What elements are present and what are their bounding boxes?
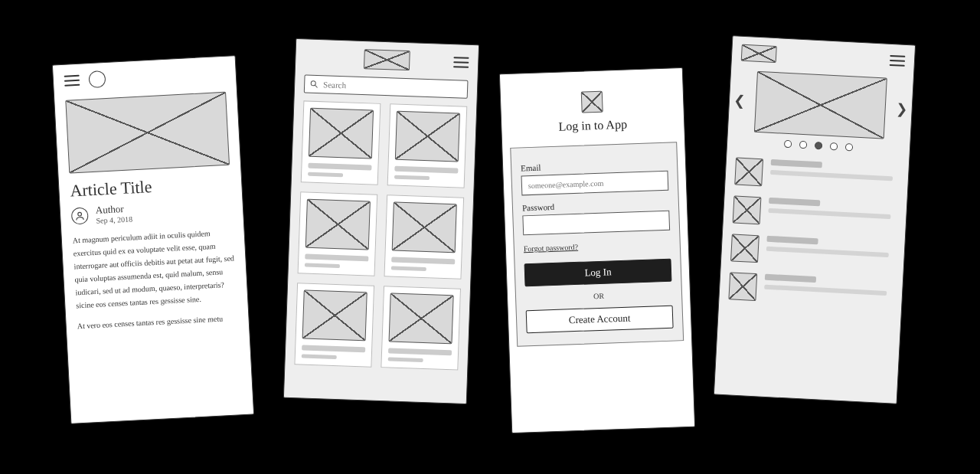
- hero-image-placeholder: [65, 92, 230, 174]
- thumb-placeholder: [728, 272, 757, 301]
- text-placeholder: [764, 285, 887, 296]
- thumb-placeholder: [302, 290, 368, 342]
- feed-list: [719, 157, 908, 309]
- text-placeholder: [766, 236, 818, 245]
- email-label: Email: [521, 159, 668, 173]
- feed-topbar: [731, 36, 915, 74]
- text-placeholder: [388, 357, 423, 362]
- thumb-placeholder: [305, 199, 371, 250]
- thumb-placeholder: [734, 158, 763, 187]
- thumb-placeholder: [392, 202, 457, 253]
- gallery-card[interactable]: [301, 100, 381, 185]
- thumb-placeholder: [395, 111, 460, 162]
- email-field[interactable]: [521, 171, 669, 196]
- text-placeholder: [766, 247, 889, 257]
- logo-placeholder: [741, 44, 777, 63]
- chevron-left-icon[interactable]: ❮: [733, 93, 747, 108]
- text-placeholder: [305, 254, 368, 262]
- or-divider: OR: [525, 289, 672, 303]
- article-date: Sep 4, 2018: [96, 214, 132, 224]
- text-placeholder: [770, 170, 893, 181]
- text-placeholder: [302, 345, 365, 352]
- text-placeholder: [388, 348, 452, 355]
- gallery-grid: [285, 100, 476, 380]
- gallery-card[interactable]: [294, 283, 374, 367]
- thumb-placeholder: [733, 195, 762, 224]
- text-placeholder: [305, 263, 340, 269]
- create-account-button[interactable]: Create Account: [526, 306, 674, 334]
- thumb-placeholder: [309, 108, 374, 159]
- article-paragraph: At magnum periculum adiit in oculis quid…: [72, 226, 237, 312]
- gallery-card[interactable]: [384, 195, 464, 279]
- login-title: Log in to App: [501, 116, 684, 136]
- article-paragraph: At vero eos censes tantas res gessisse s…: [77, 311, 238, 332]
- gallery-card[interactable]: [387, 103, 468, 188]
- text-placeholder: [394, 166, 458, 174]
- text-placeholder: [391, 257, 455, 264]
- password-field[interactable]: [522, 211, 670, 236]
- thumb-placeholder: [730, 234, 760, 263]
- password-label: Password: [522, 198, 669, 213]
- carousel-dot[interactable]: [799, 141, 808, 149]
- text-placeholder: [391, 266, 426, 271]
- text-placeholder: [765, 274, 817, 283]
- gallery-card[interactable]: [381, 286, 461, 370]
- article-screen: Article Title Author Sep 4, 2018 At magn…: [52, 55, 254, 424]
- text-placeholder: [768, 208, 890, 219]
- profile-avatar[interactable]: [88, 70, 106, 88]
- svg-point-0: [78, 212, 82, 216]
- app-logo-placeholder: [581, 91, 603, 113]
- text-placeholder: [769, 198, 821, 207]
- feed-screen: ❮ ❯: [714, 35, 916, 404]
- carousel-dots: [727, 137, 910, 154]
- carousel-dot[interactable]: [784, 140, 792, 149]
- list-item[interactable]: [728, 272, 893, 308]
- svg-line-2: [315, 85, 318, 87]
- thumb-placeholder: [389, 293, 454, 344]
- login-form: Email Password Forgot password? Log In O…: [510, 142, 684, 346]
- article-header: [53, 56, 237, 97]
- carousel-dot[interactable]: [830, 142, 838, 151]
- text-placeholder: [771, 159, 823, 168]
- carousel-image-placeholder[interactable]: [754, 71, 887, 139]
- hamburger-icon[interactable]: [453, 57, 469, 68]
- carousel: ❮ ❯: [728, 70, 913, 140]
- forgot-password-link[interactable]: Forgot password?: [524, 243, 579, 253]
- svg-point-1: [311, 81, 315, 86]
- list-item[interactable]: [733, 195, 898, 231]
- text-placeholder: [302, 354, 337, 359]
- carousel-dot[interactable]: [845, 143, 854, 152]
- author-row: Author Sep 4, 2018: [71, 198, 233, 227]
- hamburger-icon[interactable]: [890, 55, 906, 67]
- search-input[interactable]: [304, 74, 469, 98]
- text-placeholder: [394, 175, 430, 181]
- login-screen: Log in to App Email Password Forgot pass…: [499, 67, 695, 433]
- list-item[interactable]: [734, 158, 900, 194]
- gallery-card[interactable]: [298, 191, 378, 276]
- search-icon: [309, 80, 318, 89]
- gallery-topbar: [296, 39, 479, 77]
- hamburger-icon[interactable]: [64, 75, 80, 87]
- chevron-right-icon[interactable]: ❯: [894, 102, 909, 116]
- login-button[interactable]: Log In: [524, 259, 672, 287]
- logo-placeholder: [364, 49, 410, 70]
- text-placeholder: [308, 163, 371, 171]
- article-title: Article Title: [70, 173, 231, 201]
- gallery-screen: [283, 38, 479, 404]
- author-avatar-icon: [71, 207, 89, 224]
- list-item[interactable]: [730, 234, 896, 270]
- search-field[interactable]: [323, 80, 462, 93]
- carousel-dot[interactable]: [815, 142, 823, 150]
- text-placeholder: [308, 172, 343, 178]
